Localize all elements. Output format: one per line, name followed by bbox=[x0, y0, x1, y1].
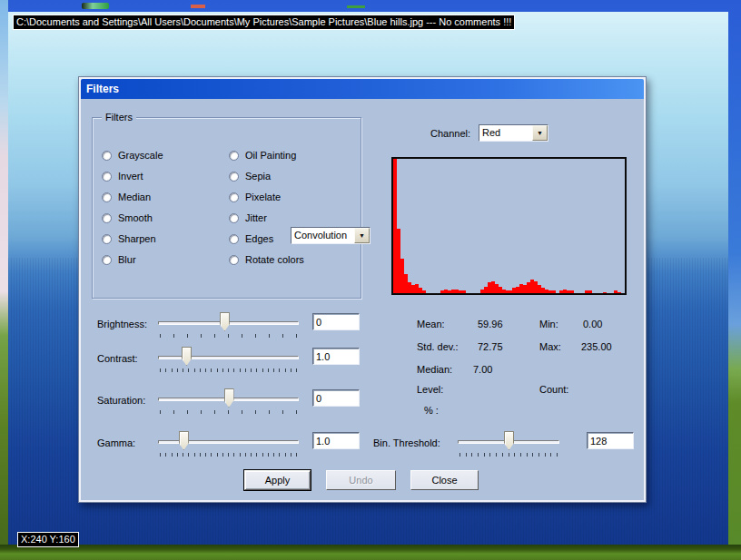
median-value: 7.00 bbox=[473, 364, 492, 375]
saturation-label: Saturation: bbox=[97, 395, 145, 406]
radio-label: Median bbox=[118, 192, 151, 202]
histogram-bar bbox=[588, 290, 592, 293]
radio-button-icon[interactable] bbox=[102, 255, 112, 265]
brightness-slider[interactable] bbox=[158, 309, 299, 337]
filter-radio-median[interactable]: Median bbox=[102, 191, 151, 203]
filter-radio-sharpen[interactable]: Sharpen bbox=[102, 232, 156, 245]
filter-radio-edges[interactable]: Edges bbox=[229, 232, 273, 245]
undo-button[interactable]: Undo bbox=[326, 470, 396, 490]
saturation-slider-row: Saturation: bbox=[97, 384, 380, 417]
bin-threshold-slider-ticks bbox=[459, 453, 558, 457]
filter-radio-grayscale[interactable]: Grayscale bbox=[102, 149, 163, 162]
desktop-edge-bottom bbox=[0, 545, 741, 560]
gamma-label: Gamma: bbox=[97, 437, 135, 448]
max-value: 235.00 bbox=[581, 341, 612, 352]
bin-threshold-slider-thumb[interactable] bbox=[504, 431, 514, 450]
radio-label: Edges bbox=[245, 233, 273, 244]
saturation-slider[interactable] bbox=[158, 386, 299, 413]
saturation-slider-ticks bbox=[160, 410, 297, 414]
desktop-icon-fragment bbox=[191, 5, 205, 8]
close-button[interactable]: Close bbox=[410, 470, 479, 490]
histogram-bar bbox=[618, 292, 621, 293]
bin-threshold-value-field[interactable] bbox=[587, 432, 634, 449]
std-dev-label: Std. dev.: bbox=[417, 341, 459, 352]
contrast-slider-ticks bbox=[160, 368, 297, 372]
radio-button-icon[interactable] bbox=[229, 151, 239, 161]
desktop-icon-fragment bbox=[347, 5, 365, 8]
channel-label: Channel: bbox=[430, 128, 470, 139]
filter-radio-smooth[interactable]: Smooth bbox=[102, 211, 153, 224]
radio-label: Oil Painting bbox=[245, 150, 296, 161]
radio-button-icon[interactable] bbox=[229, 255, 239, 265]
saturation-slider-thumb[interactable] bbox=[224, 388, 234, 408]
filter-radio-oil-painting[interactable]: Oil Painting bbox=[229, 149, 296, 162]
histogram-bar bbox=[570, 290, 574, 293]
max-label: Max: bbox=[539, 341, 561, 352]
radio-button-icon[interactable] bbox=[102, 213, 112, 223]
bin-threshold-slider[interactable] bbox=[458, 428, 559, 456]
percent-label: % : bbox=[424, 405, 439, 416]
filters-groupbox: Filters GrayscaleInvertMedianSmoothSharp… bbox=[92, 117, 361, 299]
radio-button-icon[interactable] bbox=[229, 213, 239, 223]
gamma-slider-thumb[interactable] bbox=[179, 431, 189, 450]
min-label: Min: bbox=[539, 319, 558, 329]
radio-label: Sepia bbox=[245, 171, 271, 182]
radio-label: Blur bbox=[118, 254, 136, 265]
radio-label: Grayscale bbox=[118, 150, 163, 161]
filter-radio-rotate-colors[interactable]: Rotate colors bbox=[229, 253, 304, 266]
radio-button-icon[interactable] bbox=[102, 234, 112, 244]
brightness-slider-thumb[interactable] bbox=[220, 312, 230, 331]
radio-label: Rotate colors bbox=[245, 254, 304, 265]
mean-value: 59.96 bbox=[478, 319, 503, 329]
contrast-slider[interactable] bbox=[158, 344, 299, 371]
contrast-value-field[interactable] bbox=[312, 348, 360, 365]
radio-button-icon[interactable] bbox=[229, 192, 239, 202]
gamma-value-field[interactable] bbox=[312, 432, 360, 449]
brightness-slider-ticks bbox=[160, 334, 297, 338]
dialog-titlebar[interactable]: Filters bbox=[81, 79, 644, 99]
radio-label: Pixelate bbox=[245, 192, 281, 202]
filename-bar: C:\Documents and Settings\All Users\Docu… bbox=[13, 15, 515, 30]
filter-radio-pixelate[interactable]: Pixelate bbox=[229, 191, 281, 203]
histogram-bar bbox=[462, 290, 466, 293]
contrast-slider-groove[interactable] bbox=[158, 356, 299, 359]
contrast-slider-thumb[interactable] bbox=[182, 347, 192, 366]
chevron-down-icon[interactable]: ▼ bbox=[354, 228, 370, 243]
histogram-plot-area bbox=[393, 159, 625, 293]
radio-button-icon[interactable] bbox=[229, 234, 239, 244]
desktop-edge-left bbox=[0, 0, 8, 560]
radio-button-icon[interactable] bbox=[229, 172, 239, 182]
filter-radio-blur[interactable]: Blur bbox=[102, 253, 136, 266]
histogram-chart bbox=[391, 157, 627, 295]
radio-label: Jitter bbox=[245, 212, 267, 223]
channel-combobox[interactable]: Red ▼ bbox=[479, 124, 548, 142]
desktop-icon-fragment bbox=[82, 3, 109, 9]
gamma-slider[interactable] bbox=[158, 428, 299, 456]
histogram-bar bbox=[552, 290, 556, 293]
std-dev-value: 72.75 bbox=[478, 341, 503, 352]
brightness-value-field[interactable] bbox=[312, 313, 360, 330]
gamma-slider-ticks bbox=[160, 453, 297, 457]
filters-groupbox-label: Filters bbox=[102, 112, 136, 123]
apply-button[interactable]: Apply bbox=[244, 470, 311, 490]
saturation-value-field[interactable] bbox=[312, 389, 360, 407]
radio-button-icon[interactable] bbox=[102, 192, 112, 202]
radio-button-icon[interactable] bbox=[102, 172, 112, 182]
edges-mode-combobox[interactable]: Convolution ▼ bbox=[291, 227, 370, 244]
histogram-bar bbox=[603, 292, 607, 293]
filter-radio-jitter[interactable]: Jitter bbox=[229, 211, 267, 224]
filters-dialog: Filters Filters GrayscaleInvertMedianSmo… bbox=[78, 76, 647, 503]
filter-radio-invert[interactable]: Invert bbox=[102, 170, 143, 182]
count-label: Count: bbox=[539, 384, 568, 395]
histogram-bar bbox=[422, 290, 426, 293]
radio-button-icon[interactable] bbox=[102, 151, 112, 161]
filter-radio-sepia[interactable]: Sepia bbox=[229, 170, 271, 182]
chevron-down-icon[interactable]: ▼ bbox=[532, 125, 548, 141]
channel-value: Red bbox=[479, 125, 532, 141]
gamma-slider-row: Gamma: bbox=[97, 427, 380, 459]
dialog-body: Filters GrayscaleInvertMedianSmoothSharp… bbox=[81, 99, 644, 500]
bin-threshold-row: Bin. Threshold: bbox=[373, 427, 644, 459]
median-label: Median: bbox=[417, 364, 452, 375]
brightness-slider-row: Brightness: bbox=[97, 308, 380, 340]
brightness-label: Brightness: bbox=[97, 319, 147, 329]
